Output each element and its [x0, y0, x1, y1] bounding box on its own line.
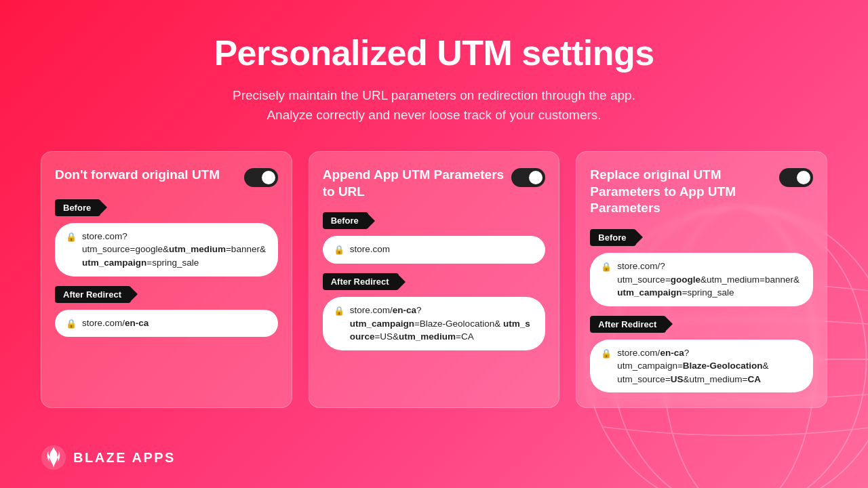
card2-title: Append App UTM Parameters to URL	[323, 167, 505, 200]
card-no-forward: Don't forward original UTM Before 🔒 stor…	[41, 151, 292, 408]
card3-before-badge: Before	[590, 229, 635, 246]
lock-icon-4: 🔒	[334, 305, 344, 318]
card1-before-url-text: store.com?utm_source=google&utm_medium=b…	[82, 230, 267, 270]
lock-icon-6: 🔒	[601, 348, 612, 361]
card1-header: Don't forward original UTM	[55, 167, 278, 187]
card1-after-badge: After Redirect	[55, 286, 131, 303]
page-subtitle: Precisely maintain the URL parameters on…	[41, 85, 827, 125]
lock-icon-5: 🔒	[601, 261, 612, 274]
card2-before-url: 🔒 store.com	[323, 236, 546, 264]
card3-toggle[interactable]	[779, 168, 813, 187]
card3-title: Replace original UTM Parameters to App U…	[590, 167, 772, 217]
card3-after-url: 🔒 store.com/en-ca?utm_campaign=Blaze-Geo…	[590, 340, 813, 393]
blaze-logo-icon	[41, 445, 66, 470]
card-replace-utm: Replace original UTM Parameters to App U…	[576, 151, 827, 408]
page-title: Personalized UTM settings	[41, 33, 827, 73]
branding: BLAZE APPS	[41, 445, 176, 470]
card1-before-badge: Before	[55, 199, 100, 216]
lock-icon-3: 🔒	[334, 244, 344, 257]
card1-after-url-text: store.com/en-ca	[82, 317, 149, 330]
branding-name: BLAZE APPS	[73, 450, 176, 466]
card2-header: Append App UTM Parameters to URL	[323, 167, 546, 200]
cards-container: Don't forward original UTM Before 🔒 stor…	[0, 151, 868, 408]
card2-toggle[interactable]	[511, 168, 545, 187]
card2-before-badge: Before	[323, 212, 368, 229]
lock-icon-2: 🔒	[66, 318, 77, 331]
page-header: Personalized UTM settings Precisely main…	[0, 0, 868, 144]
card1-after-url: 🔒 store.com/en-ca	[55, 310, 278, 338]
card3-after-badge: After Redirect	[590, 316, 666, 333]
card3-after-url-text: store.com/en-ca?utm_campaign=Blaze-Geolo…	[617, 346, 768, 386]
card1-toggle[interactable]	[244, 168, 278, 187]
card2-before-url-text: store.com	[350, 243, 390, 256]
card3-header: Replace original UTM Parameters to App U…	[590, 167, 813, 217]
card3-before-url: 🔒 store.com/?utm_source=google&utm_mediu…	[590, 253, 813, 306]
card1-title: Don't forward original UTM	[55, 167, 220, 184]
card-append-utm: Append App UTM Parameters to URL Before …	[309, 151, 560, 408]
lock-icon: 🔒	[66, 231, 77, 244]
card3-before-url-text: store.com/?utm_source=google&utm_medium=…	[617, 260, 802, 300]
card2-after-url: 🔒 store.com/en-ca?utm_campaign=Blaze-Geo…	[323, 297, 546, 350]
card2-after-url-text: store.com/en-ca?utm_campaign=Blaze-Geolo…	[350, 304, 535, 344]
card1-before-url: 🔒 store.com?utm_source=google&utm_medium…	[55, 223, 278, 277]
card2-after-badge: After Redirect	[323, 273, 399, 290]
